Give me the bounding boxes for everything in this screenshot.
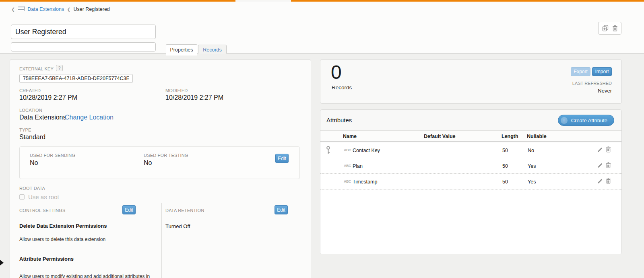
column-name: Name — [343, 134, 357, 139]
table-row: ABC Plan 50 Yes — [320, 158, 621, 174]
modified-value: 10/28/2019 2:27 PM — [165, 94, 223, 101]
data-retention-edit-button[interactable]: Edit — [275, 205, 288, 214]
attribute-nullable: Yes — [528, 163, 536, 169]
attribute-name: Plan — [353, 163, 363, 169]
import-button[interactable]: Import — [592, 67, 612, 76]
delete-permissions-description: Allow users to delete this data extensio… — [19, 237, 105, 242]
used-for-testing-value: No — [144, 159, 152, 167]
external-key-input[interactable] — [19, 74, 133, 83]
attribute-name: Contact Key — [353, 148, 380, 153]
settings-column-divider — [161, 203, 162, 278]
column-nullable: Nullable — [527, 134, 547, 139]
attributes-table-body: ABC Contact Key 50 No — [320, 142, 621, 254]
plus-icon: + — [561, 117, 568, 124]
attribute-length: 50 — [502, 179, 508, 185]
text-type-icon: ABC — [344, 148, 351, 152]
edit-attribute-icon[interactable] — [597, 178, 603, 185]
breadcrumb-back-chevron-icon[interactable]: ❮ — [11, 7, 15, 12]
edit-attribute-icon[interactable] — [597, 163, 603, 170]
root-data-label: ROOT DATA — [19, 186, 45, 191]
text-type-icon: ABC — [344, 164, 351, 168]
data-retention-value: Turned Off — [165, 223, 190, 229]
records-panel: 0 Records Export Import LAST REFRESHED N… — [320, 59, 622, 104]
data-retention-label: DATA RETENTION — [165, 208, 204, 213]
attributes-panel: Attributes + Create Attribute Name Defau… — [320, 109, 622, 254]
use-as-root-label: Use as root — [28, 194, 59, 200]
used-for-sending-value: No — [30, 159, 38, 167]
help-icon[interactable]: ? — [56, 65, 63, 71]
create-attribute-button[interactable]: + Create Attribute — [558, 115, 614, 126]
attribute-permissions-description: Allow users to modify existing and add a… — [19, 274, 150, 278]
edit-attribute-icon[interactable] — [597, 147, 603, 154]
primary-key-icon — [326, 146, 330, 156]
create-attribute-label: Create Attribute — [571, 117, 607, 124]
page-body: EXTERNAL KEY ? CREATED 10/28/2019 2:27 P… — [0, 54, 644, 278]
breadcrumb: ❮ Data Extensions ❮ User Registered — [11, 6, 110, 12]
delete-attribute-icon[interactable] — [606, 146, 611, 154]
text-type-icon: ABC — [344, 179, 351, 183]
type-label: TYPE — [19, 128, 31, 132]
attributes-table-header: Name Default Value Length Nullable — [320, 131, 621, 142]
header-action-buttons — [598, 22, 621, 35]
records-count: 0 — [331, 61, 342, 83]
attribute-length: 50 — [502, 163, 508, 169]
table-row: ABC Contact Key 50 No — [320, 142, 621, 158]
used-for-testing-label: USED FOR TESTING — [144, 153, 188, 158]
location-value: Data Extensions — [19, 114, 66, 121]
control-settings-label: CONTROL SETTINGS — [19, 208, 66, 213]
used-for-sending-label: USED FOR SENDING — [30, 153, 75, 158]
extension-description-input[interactable] — [11, 42, 156, 51]
use-as-root-row: Use as root — [19, 194, 59, 200]
records-count-label: Records — [332, 84, 352, 91]
attribute-length: 50 — [502, 148, 508, 153]
extension-name-input[interactable] — [11, 25, 156, 39]
column-default-value: Default Value — [424, 134, 456, 139]
modified-label: MODIFIED — [165, 88, 188, 93]
created-label: CREATED — [19, 88, 41, 93]
collapsed-sidebar-arrow-icon[interactable] — [0, 260, 4, 266]
copy-icon[interactable] — [602, 25, 609, 31]
type-value: Standard — [19, 134, 45, 141]
created-value: 10/28/2019 2:27 PM — [19, 94, 77, 101]
breadcrumb-separator-chevron-icon: ❮ — [67, 7, 70, 12]
page: ❮ Data Extensions ❮ User Registered — [0, 0, 644, 278]
attribute-nullable: Yes — [528, 179, 536, 185]
column-length: Length — [502, 134, 518, 139]
attribute-permissions-title: Attribute Permissions — [19, 256, 74, 262]
attribute-nullable: No — [528, 148, 534, 153]
last-refreshed-value: Never — [598, 88, 612, 94]
properties-panel: EXTERNAL KEY ? CREATED 10/28/2019 2:27 P… — [10, 59, 311, 278]
page-header: ❮ Data Extensions ❮ User Registered — [0, 2, 644, 54]
delete-permissions-title: Delete Data Extension Permissions — [19, 223, 107, 229]
delete-icon[interactable] — [612, 25, 618, 31]
sending-settings-box: USED FOR SENDING No USED FOR TESTING No … — [19, 146, 300, 179]
attributes-title: Attributes — [326, 117, 352, 124]
data-extensions-table-icon — [18, 6, 25, 12]
change-location-link[interactable]: Change Location — [65, 114, 114, 121]
tab-properties[interactable]: Properties — [166, 44, 197, 56]
delete-attribute-icon[interactable] — [606, 162, 611, 170]
export-button[interactable]: Export — [571, 67, 590, 76]
last-refreshed-label: LAST REFRESHED — [572, 81, 612, 86]
breadcrumb-data-extensions-link[interactable]: Data Extensions — [27, 6, 64, 12]
external-key-label: EXTERNAL KEY — [19, 66, 54, 71]
use-as-root-checkbox[interactable] — [19, 194, 25, 200]
breadcrumb-current-page: User Registered — [73, 6, 109, 12]
sending-edit-button[interactable]: Edit — [275, 154, 289, 163]
location-label: LOCATION — [19, 108, 42, 113]
attribute-name: Timestamp — [353, 179, 377, 185]
attributes-header: Attributes + Create Attribute — [320, 110, 621, 131]
table-row: ABC Timestamp 50 Yes — [320, 174, 621, 189]
delete-attribute-icon[interactable] — [606, 178, 611, 185]
control-settings-edit-button[interactable]: Edit — [122, 205, 136, 214]
